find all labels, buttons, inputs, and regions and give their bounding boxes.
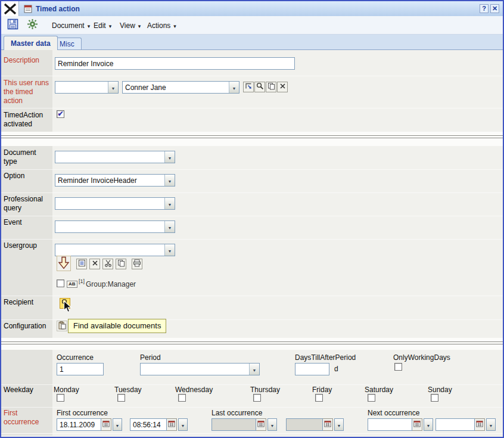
next-occurrence-time-input[interactable]: [435, 418, 475, 431]
refresh-button[interactable]: [24, 17, 40, 33]
weekday-saturday-label: Saturday: [365, 386, 393, 394]
bottom-divider: [0, 433, 504, 434]
paste-icon: [58, 321, 66, 331]
tabstrip-baseline: [1, 49, 503, 50]
delete-button[interactable]: [89, 259, 100, 269]
last-occurrence-date-calendar-button[interactable]: [256, 418, 266, 431]
next-occurrence-date-dropdown-button[interactable]: [424, 418, 433, 431]
dropdown-button[interactable]: [164, 151, 175, 163]
professional-query-select[interactable]: [55, 197, 175, 210]
first-occurrence-date-input[interactable]: [57, 418, 101, 431]
description-input[interactable]: [55, 57, 295, 70]
toolbar: Document Edit View Actions: [1, 16, 503, 35]
only-working-days-checkbox[interactable]: [394, 363, 402, 371]
days-till-after-period-input[interactable]: [295, 363, 329, 375]
document-type-select[interactable]: [55, 151, 175, 163]
first-occurrence-time-calendar-button[interactable]: [167, 418, 177, 431]
tab-master-data[interactable]: Master data: [4, 36, 58, 50]
save-button[interactable]: [5, 17, 20, 33]
separator-line: [0, 135, 504, 136]
timed-action-activated-checkbox[interactable]: [57, 110, 64, 118]
last-occurrence-time-calendar-button[interactable]: [323, 418, 333, 431]
weekday-thursday-checkbox[interactable]: [253, 394, 261, 402]
run-user-label: This user runs the timed action: [4, 79, 51, 105]
period-value: [141, 364, 249, 375]
separator-line: [0, 344, 504, 344]
weekday-sunday-checkbox[interactable]: [431, 394, 438, 402]
document-type-label: Document type: [4, 148, 51, 166]
period-label: Period: [140, 353, 161, 362]
dropdown-button[interactable]: [164, 198, 175, 209]
menu-document-label: Document: [52, 21, 85, 30]
weekday-friday-checkbox[interactable]: [315, 394, 323, 402]
close-button[interactable]: ✕: [490, 4, 499, 13]
next-occurrence-date-group: [368, 418, 433, 431]
field-type-badge: AB: [67, 281, 77, 288]
print-icon: [133, 259, 141, 269]
insert-arrow-button[interactable]: [57, 256, 71, 271]
usergroup-entry-checkbox[interactable]: [57, 279, 64, 287]
first-occurrence-date-dropdown-button[interactable]: [113, 418, 122, 431]
occurrence-input[interactable]: [57, 363, 104, 375]
weekday-monday-checkbox[interactable]: [57, 394, 64, 402]
last-occurrence-time-dropdown-button[interactable]: [334, 418, 344, 431]
menu-edit[interactable]: Edit: [91, 20, 114, 31]
calendar-icon: [168, 420, 175, 429]
dropdown-button[interactable]: [108, 82, 118, 93]
tooltip: Find available documents: [68, 319, 166, 333]
cut-button[interactable]: [102, 259, 113, 269]
next-occurrence-time-calendar-button[interactable]: [475, 418, 485, 431]
help-icon: ?: [482, 5, 486, 12]
configuration-button[interactable]: [57, 321, 67, 331]
menu-document[interactable]: Document: [49, 20, 93, 31]
run-user-type-select[interactable]: [55, 81, 119, 94]
dropdown-button[interactable]: [164, 221, 175, 232]
user-clear-button[interactable]: [277, 82, 288, 92]
run-user-select[interactable]: Conner Jane: [122, 81, 239, 94]
next-occurrence-time-dropdown-button[interactable]: [486, 418, 496, 431]
menu-actions[interactable]: Actions: [144, 20, 179, 31]
user-search-button[interactable]: [254, 82, 265, 92]
weekday-tuesday-checkbox[interactable]: [117, 394, 125, 402]
last-occurrence-date-dropdown-button[interactable]: [267, 418, 277, 431]
chevron-down-icon: [168, 246, 172, 254]
dropdown-button[interactable]: [164, 244, 175, 256]
usergroup-entry-label: Group:Manager: [86, 280, 136, 288]
first-occurrence-time-input[interactable]: [130, 418, 167, 431]
first-occurrence-row-label: First occurrence: [4, 409, 51, 427]
event-label: Event: [4, 218, 51, 227]
chevron-down-icon: [337, 421, 341, 429]
row-divider: [0, 384, 504, 385]
chevron-down-icon: [173, 21, 176, 30]
chevron-down-icon: [111, 83, 116, 92]
user-copy-button[interactable]: [266, 82, 276, 92]
last-occurrence-label: Last occurrence: [211, 409, 262, 417]
print-button[interactable]: [132, 259, 142, 269]
dropdown-button[interactable]: [249, 364, 259, 375]
usergroup-select[interactable]: [55, 244, 175, 256]
row-divider: [0, 108, 504, 108]
dropdown-button[interactable]: [229, 82, 239, 93]
help-button[interactable]: ?: [480, 4, 489, 13]
first-occurrence-date-calendar-button[interactable]: [101, 418, 111, 431]
chevron-down-icon: [116, 421, 120, 429]
group-copy-button[interactable]: [116, 259, 126, 269]
chevron-down-icon: [168, 176, 172, 185]
open-record-button[interactable]: [243, 82, 254, 92]
row-divider: [0, 239, 504, 240]
event-select[interactable]: [55, 220, 175, 233]
weekday-wednesday-checkbox[interactable]: [178, 394, 186, 402]
timed-action-window: Timed action ? ✕ Document Edit View Acti…: [0, 0, 504, 438]
dropdown-button[interactable]: [164, 175, 175, 186]
select-all-button[interactable]: [76, 259, 87, 269]
row-divider: [0, 169, 504, 170]
next-occurrence-date-calendar-button[interactable]: [412, 418, 422, 431]
period-select[interactable]: [140, 363, 260, 375]
chevron-down-icon: [168, 200, 172, 208]
next-occurrence-date-input[interactable]: [368, 418, 412, 431]
chevron-down-icon: [427, 421, 431, 429]
weekday-saturday-checkbox[interactable]: [368, 394, 375, 402]
first-occurrence-time-dropdown-button[interactable]: [178, 418, 188, 431]
menu-view[interactable]: View: [117, 20, 144, 31]
option-select[interactable]: Reminder InvoiceHeader: [55, 174, 175, 187]
